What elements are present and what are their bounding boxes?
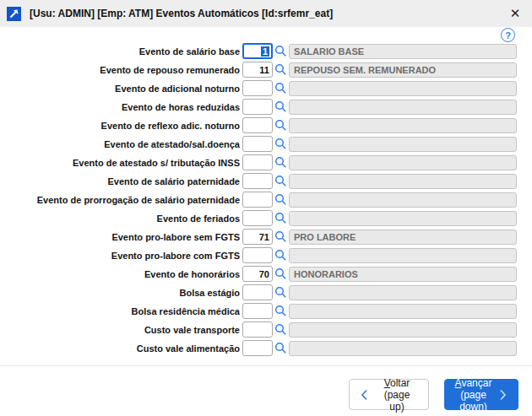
chevron-right-icon bbox=[498, 388, 508, 402]
event-code-input[interactable] bbox=[242, 321, 273, 338]
event-description-field bbox=[289, 100, 517, 115]
field-label: Evento de prorrogação de salário paterni… bbox=[0, 195, 242, 205]
search-icon[interactable] bbox=[274, 230, 287, 243]
form-row: Evento de salário base 1 SALARIO BASE bbox=[0, 43, 532, 59]
field-label: Evento de adicional noturno bbox=[0, 84, 242, 94]
event-code-input[interactable] bbox=[242, 192, 273, 208]
chevron-left-icon bbox=[360, 388, 369, 402]
close-icon[interactable]: ✕ bbox=[507, 5, 524, 22]
search-icon[interactable] bbox=[274, 323, 287, 336]
next-button-label: Avançar bbox=[455, 377, 492, 389]
form-row: Evento de prorrogação de salário paterni… bbox=[0, 192, 532, 208]
search-icon[interactable] bbox=[274, 305, 287, 317]
field-label: Custo vale transporte bbox=[0, 325, 242, 335]
back-button-label: Voltar bbox=[376, 377, 418, 389]
footer-separator bbox=[0, 365, 532, 366]
title-bar: [Usu: ADMIN] [Emp: ATM] Eventos Automáti… bbox=[0, 0, 532, 27]
form-row: Evento de repouso remunerado 11 REPOUSO … bbox=[0, 62, 532, 78]
window-title: [Usu: ADMIN] [Emp: ATM] Eventos Automáti… bbox=[30, 8, 333, 19]
event-code-input[interactable] bbox=[242, 154, 273, 170]
form-row: Custo vale transporte bbox=[0, 321, 532, 338]
field-label: Custo vale alimentação bbox=[0, 343, 242, 354]
event-code-input[interactable] bbox=[242, 210, 273, 226]
event-code-input[interactable]: 70 bbox=[242, 266, 273, 282]
form-row: Bolsa residência médica bbox=[0, 303, 532, 319]
form-row: Evento de reflexo adic. noturno bbox=[0, 117, 532, 133]
field-label: Bolsa residência médica bbox=[0, 306, 242, 316]
field-label: Evento de atestado s/ tributação INSS bbox=[0, 158, 242, 168]
field-label: Evento de horas reduzidas bbox=[0, 102, 242, 112]
search-icon[interactable] bbox=[274, 63, 287, 76]
form-row: Evento de honorários 70 HONORARIOS bbox=[0, 266, 532, 282]
search-icon[interactable] bbox=[274, 286, 287, 299]
event-code-input[interactable] bbox=[242, 284, 273, 300]
event-code-input[interactable] bbox=[242, 340, 273, 356]
form-rows: Evento de salário base 1 SALARIO BASE Ev… bbox=[0, 27, 532, 359]
event-description-field bbox=[289, 137, 517, 152]
search-icon[interactable] bbox=[274, 175, 287, 187]
event-description-field bbox=[289, 341, 517, 356]
form-row: Evento de horas reduzidas bbox=[0, 99, 532, 115]
event-code-input[interactable]: 11 bbox=[242, 62, 273, 78]
form-row: Evento de feriados bbox=[0, 210, 532, 226]
field-label: Evento de repouso remunerado bbox=[0, 65, 242, 75]
form-row: Custo vale alimentação bbox=[0, 340, 532, 356]
form-row: Bolsa estágio bbox=[0, 284, 532, 300]
field-label: Evento de feriados bbox=[0, 213, 242, 224]
field-label: Evento de atestado/sal.doença bbox=[0, 139, 242, 149]
search-icon[interactable] bbox=[274, 193, 287, 206]
event-code-input[interactable] bbox=[242, 247, 273, 263]
app-icon bbox=[7, 7, 21, 21]
field-label: Evento pro-labore com FGTS bbox=[0, 251, 242, 261]
event-description-field bbox=[289, 285, 517, 300]
form-row: Evento pro-labore sem FGTS 71 PRO LABORE bbox=[0, 229, 532, 245]
footer: Voltar (page up) Avançar (page down) bbox=[349, 379, 518, 410]
event-description-field: REPOUSO SEM. REMUNERADO bbox=[289, 62, 517, 78]
back-button-sublabel: (page up) bbox=[376, 389, 418, 413]
form-row: Evento pro-labore com FGTS bbox=[0, 247, 532, 263]
field-label: Evento de salário paternidade bbox=[0, 176, 242, 186]
search-icon[interactable] bbox=[274, 156, 287, 169]
field-label: Evento de honorários bbox=[0, 269, 242, 279]
event-code-input[interactable] bbox=[242, 99, 273, 115]
search-icon[interactable] bbox=[274, 45, 287, 57]
event-description-field bbox=[289, 192, 517, 208]
event-code-input[interactable] bbox=[242, 117, 273, 133]
event-code-input[interactable] bbox=[242, 173, 273, 189]
event-description-field bbox=[289, 155, 517, 170]
form-row: Evento de adicional noturno bbox=[0, 80, 532, 96]
event-description-field bbox=[289, 248, 517, 263]
event-description-field bbox=[289, 174, 517, 189]
back-button[interactable]: Voltar (page up) bbox=[349, 379, 429, 410]
form-row: Evento de atestado s/ tributação INSS bbox=[0, 154, 532, 170]
event-description-field: SALARIO BASE bbox=[289, 44, 517, 59]
event-description-field: PRO LABORE bbox=[289, 230, 517, 245]
event-description-field bbox=[289, 304, 517, 319]
next-button[interactable]: Avançar (page down) bbox=[444, 379, 518, 410]
search-icon[interactable] bbox=[274, 138, 287, 150]
event-description-field: HONORARIOS bbox=[289, 267, 517, 282]
search-icon[interactable] bbox=[274, 82, 287, 95]
event-code-input[interactable]: 71 bbox=[242, 229, 273, 245]
event-description-field bbox=[289, 211, 517, 226]
search-icon[interactable] bbox=[274, 100, 287, 113]
event-code-input[interactable] bbox=[242, 136, 273, 152]
event-description-field bbox=[289, 118, 517, 133]
search-icon[interactable] bbox=[274, 119, 287, 132]
form-row: Evento de atestado/sal.doença bbox=[0, 136, 532, 152]
next-button-sublabel: (page down) bbox=[455, 389, 492, 413]
event-code-input[interactable] bbox=[242, 303, 273, 319]
form-row: Evento de salário paternidade bbox=[0, 173, 532, 189]
search-icon[interactable] bbox=[274, 267, 287, 280]
field-label: Evento de salário base bbox=[0, 46, 242, 57]
search-icon[interactable] bbox=[274, 249, 287, 262]
field-label: Bolsa estágio bbox=[0, 288, 242, 298]
field-label: Evento de reflexo adic. noturno bbox=[0, 121, 242, 131]
event-description-field bbox=[289, 322, 517, 338]
search-icon[interactable] bbox=[274, 212, 287, 224]
event-code-input[interactable]: 1 bbox=[242, 43, 273, 59]
event-code-input[interactable] bbox=[242, 80, 273, 96]
event-description-field bbox=[289, 81, 517, 96]
field-label: Evento pro-labore sem FGTS bbox=[0, 232, 242, 242]
search-icon[interactable] bbox=[274, 342, 287, 354]
